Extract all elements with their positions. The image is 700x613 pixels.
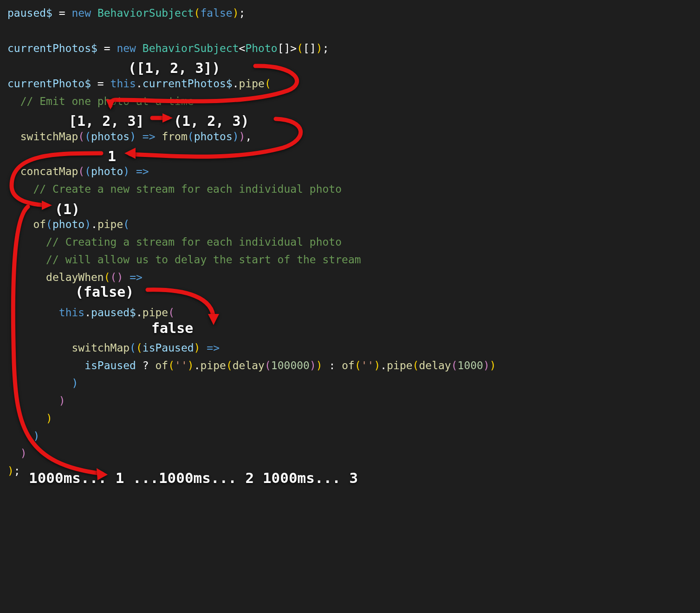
paren: (: [130, 342, 136, 354]
paren: ): [233, 130, 239, 143]
paren: ): [194, 342, 201, 354]
code-line: paused$ = new BehaviorSubject(false);: [7, 5, 693, 22]
arrow: =>: [136, 130, 162, 143]
paren: ): [59, 395, 65, 407]
prop: currentPhotos$: [143, 78, 233, 90]
str: '': [361, 359, 374, 372]
semi: ;: [323, 42, 329, 54]
comment: // will allow us to delay the start of t…: [46, 254, 361, 266]
paren: ): [233, 7, 239, 19]
arrow: =>: [200, 342, 220, 354]
type-name: Photo: [245, 42, 277, 54]
func-switchMap: switchMap: [20, 130, 78, 143]
func-from: from: [162, 130, 187, 143]
blank-line: [7, 198, 693, 216]
eq: =: [91, 78, 110, 90]
semi: ;: [239, 7, 246, 19]
kw-new: new: [71, 7, 91, 19]
num: 1000: [458, 359, 483, 372]
paren: ): [374, 359, 380, 372]
paren: ): [84, 218, 91, 230]
func-delay: delay: [233, 359, 265, 372]
class-name: BehaviorSubject: [97, 7, 194, 19]
paren: (: [46, 218, 52, 230]
code-line: concatMap((photo) =>: [7, 163, 693, 181]
var-currentPhoto: currentPhoto$: [7, 78, 91, 90]
code-line: of(photo).pipe(: [7, 216, 693, 234]
func-pipe: pipe: [97, 218, 123, 230]
prop: paused$: [91, 306, 136, 319]
func-of: of: [33, 218, 46, 230]
blank-line: [7, 58, 693, 75]
paren: ): [490, 359, 496, 372]
paren: (: [188, 130, 194, 143]
paren: ): [123, 165, 130, 177]
paren: ): [316, 42, 323, 54]
paren: ): [310, 359, 316, 372]
blank-line: [7, 111, 693, 128]
dot: .: [233, 78, 239, 90]
code-line: this.paused$.pipe(: [7, 304, 693, 322]
sp: [136, 42, 143, 54]
blank-line: [7, 322, 693, 339]
eq: =: [97, 42, 117, 54]
comment: // Emit one photo at a time: [20, 95, 194, 107]
var-paused: paused$: [7, 7, 52, 19]
paren: ): [316, 359, 323, 372]
func-switchMap: switchMap: [71, 342, 130, 354]
paren: (: [168, 306, 175, 319]
paren: ): [20, 447, 27, 459]
paren: (: [123, 218, 130, 230]
paren: ): [7, 465, 14, 477]
paren: (: [78, 130, 84, 143]
func-concatMap: concatMap: [20, 165, 78, 177]
code-line: delayWhen(() =>: [7, 269, 693, 287]
comment: // Create a new stream for each individu…: [33, 183, 342, 195]
eq: =: [52, 7, 72, 19]
const-false: false: [200, 7, 232, 19]
blank-line: [7, 22, 693, 40]
ternary-colon: :: [323, 359, 342, 372]
lt: <: [239, 42, 246, 54]
func-delayWhen: delayWhen: [46, 271, 104, 283]
paren: ): [33, 430, 39, 442]
paren: ): [71, 377, 78, 389]
paren: (: [194, 7, 201, 19]
comment: // Creating a stream for each individual…: [46, 236, 342, 248]
comma: ,: [245, 130, 252, 143]
blank-line: [7, 287, 693, 304]
paren: (: [136, 342, 143, 354]
code-line: // Create a new stream for each individu…: [7, 181, 693, 198]
code-line: isPaused ? of('').pipe(delay(100000)) : …: [7, 357, 693, 375]
paren: ): [239, 130, 246, 143]
paren: ): [483, 359, 490, 372]
paren: ): [188, 359, 194, 372]
func-of: of: [342, 359, 355, 372]
arg: photos: [194, 130, 233, 143]
paren: (: [78, 165, 84, 177]
dot: .: [136, 78, 143, 90]
param: isPaused: [143, 342, 194, 354]
func-pipe: pipe: [143, 306, 168, 319]
class-name: BehaviorSubject: [143, 42, 239, 54]
dot: .: [84, 306, 91, 319]
func-pipe: pipe: [200, 359, 226, 372]
code-line: switchMap((photos) => from(photos)),: [7, 128, 693, 146]
brackets: []: [278, 42, 291, 54]
func-pipe: pipe: [239, 78, 265, 90]
var-currentPhotos: currentPhotos$: [7, 42, 97, 54]
gt: >: [290, 42, 297, 54]
paren: (: [110, 271, 117, 283]
func-of: of: [156, 359, 169, 372]
code-line: ): [7, 428, 693, 445]
code-line: ): [7, 445, 693, 463]
paren: (: [297, 42, 303, 54]
sp: [91, 7, 97, 19]
paren: (: [413, 359, 419, 372]
semi: ;: [14, 465, 20, 477]
code-line: switchMap((isPaused) =>: [7, 339, 693, 357]
num: 100000: [271, 359, 310, 372]
arrow: =>: [123, 271, 143, 283]
param: photo: [91, 165, 123, 177]
paren: ): [117, 271, 123, 283]
